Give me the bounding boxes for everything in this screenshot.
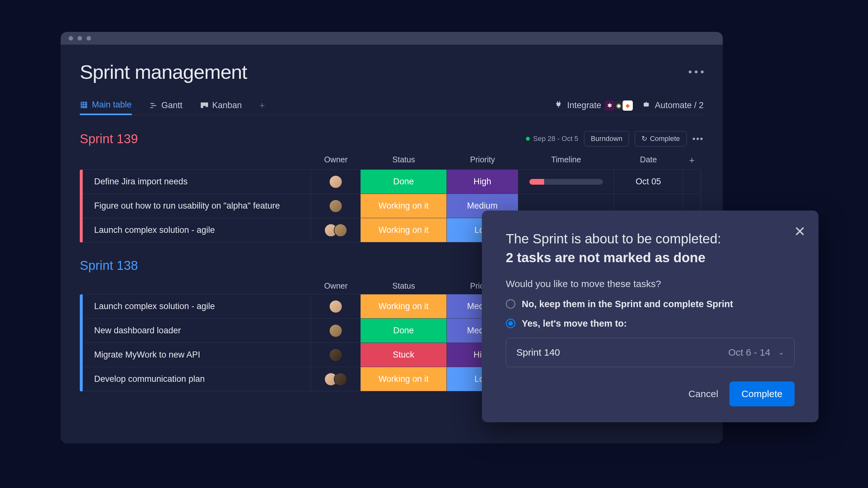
column-header-owner[interactable]: Owner xyxy=(311,151,361,170)
task-name-cell[interactable]: Launch complex solution - agile xyxy=(83,218,311,242)
task-name-cell[interactable]: Define Jira import needs xyxy=(83,169,311,194)
tab-main-table[interactable]: Main table xyxy=(80,96,132,115)
sprint-title[interactable]: Sprint 139 xyxy=(80,132,138,146)
status-cell[interactable]: Done xyxy=(360,318,447,343)
status-cell[interactable]: Working on it xyxy=(360,218,447,242)
tab-label: Gantt xyxy=(161,100,183,110)
column-headers: Owner Status Priority Timeline Date + xyxy=(80,151,704,170)
chevron-down-icon: ⌄ xyxy=(778,348,784,357)
plug-icon xyxy=(555,100,562,110)
column-header-status[interactable]: Status xyxy=(361,151,447,170)
radio-option-keep[interactable]: No, keep them in the Sprint and complete… xyxy=(506,299,795,310)
select-date-range: Oct 6 - 14 xyxy=(728,347,770,358)
task-name-cell[interactable]: Launch complex solution - agile xyxy=(83,294,311,319)
date-cell[interactable]: Oct 05 xyxy=(614,169,683,194)
robot-icon xyxy=(642,100,650,110)
status-cell[interactable]: Working on it xyxy=(360,294,447,319)
owner-cell[interactable] xyxy=(311,318,361,343)
add-column-button[interactable]: + xyxy=(683,151,701,170)
radio-label: Yes, let's move them to: xyxy=(522,318,627,329)
owner-cell[interactable] xyxy=(311,218,361,242)
status-cell[interactable]: Working on it xyxy=(360,367,447,391)
svg-rect-4 xyxy=(203,103,205,105)
avatar xyxy=(329,348,342,362)
gitlab-icon: ◆ xyxy=(623,100,633,111)
empty-cell xyxy=(683,169,701,194)
automate-label: Automate / 2 xyxy=(655,100,704,110)
avatar xyxy=(329,324,342,337)
close-icon: ✕ xyxy=(794,224,806,239)
svg-point-7 xyxy=(645,104,646,105)
table-icon xyxy=(80,101,88,109)
tab-kanban[interactable]: Kanban xyxy=(200,97,242,114)
tab-label: Main table xyxy=(92,100,132,110)
radio-icon xyxy=(506,299,516,309)
task-name-cell[interactable]: Develop communication plan xyxy=(83,367,311,391)
avatar xyxy=(334,372,347,386)
integrate-label: Integrate xyxy=(567,100,601,110)
radio-label: No, keep them in the Sprint and complete… xyxy=(522,299,733,310)
column-header-timeline[interactable]: Timeline xyxy=(518,151,614,170)
dialog-question: Would you like to move these tasks? xyxy=(506,279,795,289)
column-header-priority[interactable]: Priority xyxy=(447,151,518,170)
view-tabs: Main table Gantt Kanban + xyxy=(80,96,704,115)
owner-cell[interactable] xyxy=(311,294,361,319)
destination-sprint-select[interactable]: Sprint 140 Oct 6 - 14 ⌄ xyxy=(506,338,795,367)
column-header-owner[interactable]: Owner xyxy=(311,278,361,294)
timeline-bar xyxy=(529,179,603,185)
page-more-menu[interactable] xyxy=(689,70,704,73)
page-title: Sprint management xyxy=(80,61,247,83)
task-name-cell[interactable]: Figure out how to run usability on "alph… xyxy=(83,194,311,218)
sprint-title[interactable]: Sprint 138 xyxy=(80,258,138,273)
avatar xyxy=(329,175,342,189)
svg-rect-3 xyxy=(201,103,203,107)
window-control-dot[interactable] xyxy=(87,36,91,40)
status-cell[interactable]: Done xyxy=(360,169,447,194)
integrate-button[interactable]: Integrate ✱ ◉ ◆ xyxy=(555,100,633,111)
table-row[interactable]: Define Jira import needs Done High Oct 0… xyxy=(83,170,704,194)
status-cell[interactable]: Stuck xyxy=(360,343,447,367)
svg-point-8 xyxy=(647,104,648,105)
complete-sprint-dialog: ✕ The Sprint is about to be completed: 2… xyxy=(482,210,818,422)
cancel-button[interactable]: Cancel xyxy=(688,389,718,399)
active-indicator-icon xyxy=(526,137,530,141)
window-control-dot[interactable] xyxy=(69,36,73,40)
status-cell[interactable]: Working on it xyxy=(360,194,447,218)
automate-button[interactable]: Automate / 2 xyxy=(642,100,704,110)
complete-sprint-button[interactable]: ↻ Complete xyxy=(635,131,686,147)
svg-rect-5 xyxy=(206,103,208,106)
close-button[interactable]: ✕ xyxy=(794,223,806,239)
sprint-date-range: Sep 28 - Oct 5 xyxy=(526,135,578,143)
complete-button[interactable]: Complete xyxy=(730,382,795,406)
owner-cell[interactable] xyxy=(311,194,361,218)
radio-option-move[interactable]: Yes, let's move them to: xyxy=(506,318,795,329)
gantt-icon xyxy=(149,101,158,110)
avatar xyxy=(329,300,342,313)
add-view-button[interactable]: + xyxy=(259,100,265,111)
window-control-dot[interactable] xyxy=(78,36,82,40)
task-name-cell[interactable]: New dashboard loader xyxy=(83,318,311,343)
window-titlebar xyxy=(61,32,723,45)
integration-icons: ✱ ◉ ◆ xyxy=(606,100,633,111)
owner-cell[interactable] xyxy=(311,343,361,367)
sprint-more-menu[interactable]: ••• xyxy=(692,134,704,144)
dialog-heading: The Sprint is about to be completed: 2 t… xyxy=(506,230,795,267)
radio-icon xyxy=(506,319,516,328)
kanban-icon xyxy=(200,101,208,110)
column-header-status[interactable]: Status xyxy=(361,278,447,294)
tab-label: Kanban xyxy=(212,100,242,110)
timeline-cell[interactable] xyxy=(518,169,614,194)
avatar xyxy=(329,199,342,213)
column-header-date[interactable]: Date xyxy=(614,151,683,170)
refresh-icon: ↻ xyxy=(642,135,647,143)
tab-gantt[interactable]: Gantt xyxy=(149,97,183,114)
avatar xyxy=(334,224,347,237)
priority-cell[interactable]: High xyxy=(446,169,518,194)
owner-cell[interactable] xyxy=(311,367,361,391)
select-value: Sprint 140 xyxy=(516,347,560,358)
burndown-button[interactable]: Burndown xyxy=(584,131,629,147)
task-name-cell[interactable]: Migrate MyWork to new API xyxy=(83,343,311,367)
owner-cell[interactable] xyxy=(311,169,361,194)
